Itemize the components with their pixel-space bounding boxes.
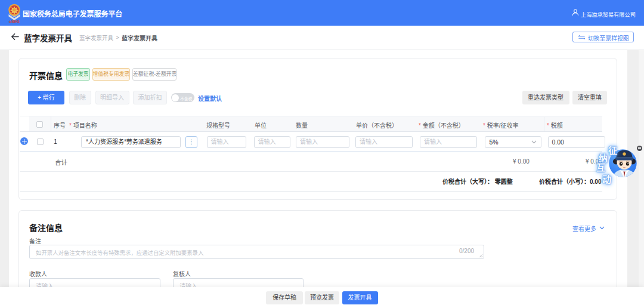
svg-text:中国税务: 中国税务	[9, 20, 20, 23]
